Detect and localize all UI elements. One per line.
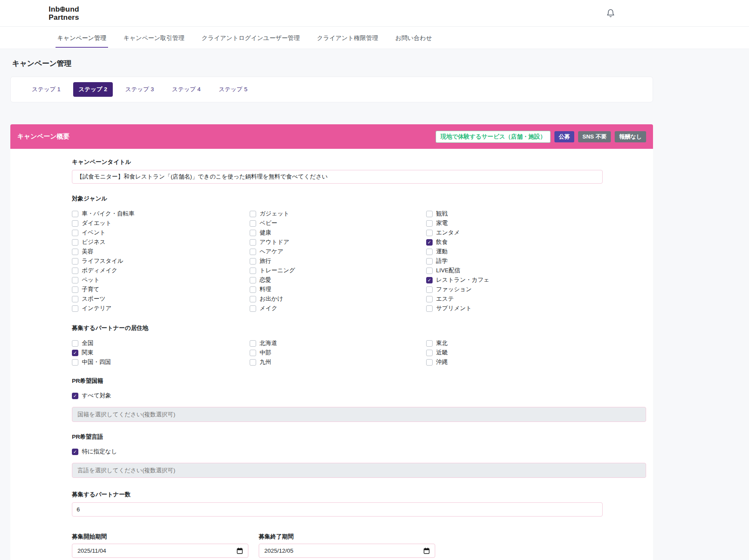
start-date-input[interactable]: 2025/11/04	[72, 544, 248, 558]
nav-tab[interactable]: お問い合わせ	[395, 27, 432, 49]
genre-checkbox[interactable]: 家電	[426, 218, 489, 228]
genre-checkbox[interactable]: メイク	[250, 304, 426, 313]
calendar-icon[interactable]	[237, 548, 243, 554]
checkbox-label: ペット	[82, 276, 99, 284]
region-checkbox[interactable]: 北海道	[250, 338, 426, 348]
genre-checkbox[interactable]: ベビー	[250, 218, 426, 228]
genre-label: 対象ジャンル	[72, 195, 646, 202]
checkbox-icon	[72, 296, 78, 302]
logo-line1: Inbund	[49, 6, 79, 14]
checkbox-label: 恋愛	[260, 276, 271, 284]
end-date-label: 募集終了期間	[259, 533, 435, 540]
genre-checkbox[interactable]: ヘアケア	[250, 247, 426, 256]
checkbox-label: ヘアケア	[260, 248, 283, 255]
page-title: キャンペーン管理	[12, 58, 749, 68]
end-date-input[interactable]: 2025/12/05	[259, 544, 435, 558]
checkbox-icon	[250, 277, 256, 283]
region-checkbox[interactable]: 近畿	[426, 348, 448, 357]
checkbox-icon	[72, 239, 78, 246]
genre-checkbox[interactable]: アウトドア	[250, 237, 426, 247]
region-checkbox[interactable]: 沖縄	[426, 357, 448, 367]
checkbox-icon	[426, 296, 433, 302]
genre-checkbox[interactable]: 料理	[250, 285, 426, 294]
genre-checkbox[interactable]: ビジネス	[72, 237, 250, 247]
checkbox-label: 料理	[260, 286, 271, 293]
section-header: キャンペーン概要 現地で体験するサービス（店舗・施設）公募SNS 不要報酬なし	[10, 124, 653, 149]
step-button[interactable]: ステップ 4	[167, 82, 207, 97]
nav-items: キャンペーン管理キャンペーン取引管理クライアントログインユーザー管理クライアント…	[57, 27, 432, 49]
region-checkbox[interactable]: 中国・四国	[72, 357, 250, 367]
notification-bell-icon[interactable]	[606, 8, 615, 19]
checkbox-label: 健康	[260, 229, 271, 237]
genre-checkbox[interactable]: 語学	[426, 256, 489, 266]
checkbox-label: アウトドア	[260, 238, 289, 246]
genre-checkbox[interactable]: 車・バイク・自転車	[72, 209, 250, 218]
region-column: 北海道中部九州	[250, 338, 426, 367]
genre-checkbox[interactable]: 運動	[426, 247, 489, 256]
genre-checkbox[interactable]: ペット	[72, 275, 250, 285]
campaign-overview-card: キャンペーン概要 現地で体験するサービス（店舗・施設）公募SNS 不要報酬なし …	[10, 124, 653, 560]
partner-count-input[interactable]	[72, 502, 603, 517]
step-button[interactable]: ステップ 3	[120, 82, 160, 97]
genre-checkbox[interactable]: エンタメ	[426, 228, 489, 237]
region-checkbox[interactable]: 中部	[250, 348, 426, 357]
genre-checkbox[interactable]: インテリア	[72, 304, 250, 313]
start-date-label: 募集開始期間	[72, 533, 248, 540]
checkbox-icon	[250, 350, 256, 356]
step-button[interactable]: ステップ 2	[73, 82, 113, 97]
nav-tab[interactable]: クライアント権限管理	[317, 27, 378, 49]
calendar-icon[interactable]	[424, 548, 430, 554]
genre-checkbox[interactable]: 美容	[72, 247, 250, 256]
genre-checkbox[interactable]: ✓飲食	[426, 237, 489, 247]
genre-checkbox[interactable]: ✓レストラン・カフェ	[426, 275, 489, 285]
genre-checkbox[interactable]: エステ	[426, 294, 489, 304]
region-checkbox[interactable]: 東北	[426, 338, 448, 348]
genre-checkbox[interactable]: 健康	[250, 228, 426, 237]
genre-checkbox[interactable]: ファッション	[426, 285, 489, 294]
nationality-all-checkbox[interactable]: ✓ すべて対象	[72, 391, 646, 400]
checkbox-label: 近畿	[436, 349, 448, 357]
genre-checkbox[interactable]: ガジェット	[250, 209, 426, 218]
genre-checkbox[interactable]: お出かけ	[250, 294, 426, 304]
checkbox-label: レストラン・カフェ	[436, 276, 489, 284]
language-none-checkbox[interactable]: ✓ 特に指定なし	[72, 447, 646, 456]
checkbox-label: 語学	[436, 257, 448, 265]
region-checkbox[interactable]: 全国	[72, 338, 250, 348]
genre-checkbox[interactable]: 子育て	[72, 285, 250, 294]
region-column: 東北近畿沖縄	[426, 338, 448, 367]
genre-checkbox[interactable]: イベント	[72, 228, 250, 237]
genre-checkbox[interactable]: ボディメイク	[72, 266, 250, 275]
checkbox-label: 子育て	[82, 286, 99, 293]
region-checkbox[interactable]: ✓関東	[72, 348, 250, 357]
checkbox-icon	[72, 211, 78, 217]
checkbox-icon	[426, 230, 433, 236]
genre-checkbox[interactable]: LIVE配信	[426, 266, 489, 275]
checkbox-label: エンタメ	[436, 229, 460, 237]
region-checkbox[interactable]: 九州	[250, 357, 426, 367]
checkbox-icon	[426, 268, 433, 274]
genre-checkbox[interactable]: ダイエット	[72, 218, 250, 228]
logo[interactable]: Inbund Partners	[49, 6, 79, 22]
nav-tab[interactable]: キャンペーン管理	[57, 27, 106, 49]
checkbox-icon	[72, 305, 78, 312]
genre-checkbox[interactable]: トレーニング	[250, 266, 426, 275]
nav-tab[interactable]: クライアントログインユーザー管理	[201, 27, 300, 49]
checkbox-icon	[250, 249, 256, 255]
step-button[interactable]: ステップ 1	[26, 82, 66, 97]
section-title: キャンペーン概要	[17, 132, 70, 141]
campaign-title-input[interactable]	[72, 170, 603, 184]
genre-checkbox[interactable]: ライフスタイル	[72, 256, 250, 266]
genre-checkbox[interactable]: スポーツ	[72, 294, 250, 304]
checkbox-label: ライフスタイル	[82, 257, 124, 265]
genre-checkbox[interactable]: 観戦	[426, 209, 489, 218]
app-header: Inbund Partners	[0, 0, 749, 27]
step-button[interactable]: ステップ 5	[213, 82, 253, 97]
genre-column: 車・バイク・自転車ダイエットイベントビジネス美容ライフスタイルボディメイクペット…	[72, 209, 250, 313]
nav-tab[interactable]: キャンペーン取引管理	[124, 27, 185, 49]
genre-checkbox[interactable]: サプリメント	[426, 304, 489, 313]
checkbox-label: 車・バイク・自転車	[82, 210, 134, 218]
genre-checkbox[interactable]: 旅行	[250, 256, 426, 266]
checkbox-checked-icon: ✓	[72, 393, 78, 399]
genre-checkbox[interactable]: 恋愛	[250, 275, 426, 285]
checkbox-label: LIVE配信	[436, 267, 460, 274]
